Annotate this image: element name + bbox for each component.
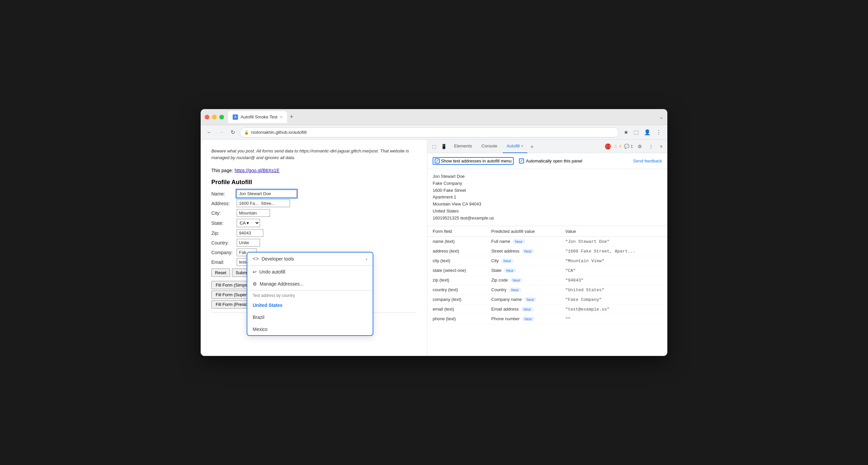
heur-badge: heur bbox=[522, 317, 534, 321]
profile-button[interactable]: 👤 bbox=[642, 128, 653, 137]
address-bar[interactable]: 🔒 rsolomakhin.github.io/autofill/ bbox=[240, 127, 619, 138]
address-line1: Jon Stewart Doe bbox=[433, 173, 662, 180]
devtools-more-button[interactable]: ⋮ bbox=[647, 142, 655, 150]
state-select[interactable]: CA ▾ bbox=[237, 219, 260, 227]
devtools-close-button[interactable]: × bbox=[658, 142, 665, 150]
table-row: email (text) Email address heur "test@ex… bbox=[427, 304, 667, 314]
name-input[interactable] bbox=[237, 190, 297, 198]
col-predicted: Predicted autofill value bbox=[486, 226, 560, 237]
tab-title: Autofill Smoke Test bbox=[241, 114, 277, 119]
manage-label: Manage Addresses... bbox=[260, 281, 304, 287]
heur-badge: heur bbox=[504, 268, 516, 273]
show-test-addresses-checkbox[interactable] bbox=[435, 158, 440, 164]
developer-tools-item[interactable]: <> Developer tools › bbox=[247, 253, 373, 265]
auto-open-checkbox-group: Automatically open this panel bbox=[519, 158, 582, 164]
table-row: address (text) Street address heur "1600… bbox=[427, 246, 667, 256]
country-item-mexico[interactable]: Mexico bbox=[247, 323, 373, 335]
table-row: city (text) City heur "Mountain View" bbox=[427, 256, 667, 265]
close-window-button[interactable] bbox=[205, 115, 209, 119]
country-label: Country: bbox=[211, 240, 235, 245]
tab-console[interactable]: Console bbox=[477, 140, 501, 153]
field-cell: zip (text) bbox=[427, 275, 486, 285]
autofill-tab-close[interactable]: × bbox=[521, 144, 523, 148]
nav-actions: ★ ⬚ 👤 ⋮ bbox=[622, 128, 663, 137]
address-line2: Fake Company bbox=[433, 180, 662, 187]
table-row: name (text) Full name heur "Jon Stewart … bbox=[427, 236, 667, 246]
tab-bar: A Autofill Smoke Test × + bbox=[228, 111, 657, 123]
devtools-panel: ⬚ 📱 Elements Console Autofill × » 🔴 bbox=[427, 140, 667, 356]
maximize-window-button[interactable] bbox=[219, 115, 224, 119]
field-cell: phone (text) bbox=[427, 314, 486, 324]
predicted-cell: Street address heur bbox=[486, 246, 560, 256]
form-row-zip: Zip: bbox=[211, 229, 416, 237]
warning-text: Beware what you post. All forms send dat… bbox=[211, 148, 416, 161]
devtools-content: Show test addresses in autofill menu Aut… bbox=[427, 153, 667, 356]
predicted-cell: State heur bbox=[486, 265, 560, 275]
reload-button[interactable]: ↻ bbox=[229, 128, 237, 137]
extensions-button[interactable]: ⬚ bbox=[632, 128, 641, 137]
browser-window: A Autofill Smoke Test × + ⌄ ← → ↻ 🔒 rsol… bbox=[201, 109, 667, 356]
more-tabs-button[interactable]: » bbox=[529, 142, 535, 150]
show-test-addresses-checkbox-group[interactable]: Show test addresses in autofill menu bbox=[433, 157, 514, 165]
predicted-cell: City heur bbox=[486, 256, 560, 265]
warning-count: 4 bbox=[619, 144, 621, 149]
tab-elements-label: Elements bbox=[454, 143, 472, 148]
error-badge: 🔴 1 bbox=[605, 143, 611, 149]
devtools-settings-button[interactable]: ⚙ bbox=[636, 142, 644, 150]
minimize-window-button[interactable] bbox=[212, 115, 217, 119]
country-item-brazil[interactable]: Brazil bbox=[247, 311, 373, 323]
address-line3: 1600 Fake Street bbox=[433, 187, 662, 194]
heur-badge: heur bbox=[524, 297, 536, 302]
country-item-us[interactable]: United States bbox=[247, 299, 373, 311]
show-test-addresses-label: Show test addresses in autofill menu bbox=[441, 158, 512, 164]
message-badge: 💬 1 bbox=[624, 144, 633, 149]
security-icon: 🔒 bbox=[244, 130, 249, 135]
undo-icon: ↩ bbox=[253, 269, 257, 274]
address-url: rsolomakhin.github.io/autofill/ bbox=[251, 130, 307, 135]
address-input[interactable] bbox=[237, 200, 290, 207]
auto-open-label: Automatically open this panel bbox=[526, 158, 582, 164]
dev-tools-icon: <> bbox=[253, 256, 259, 262]
device-toolbar-button[interactable]: 📱 bbox=[439, 142, 449, 150]
heur-badge: heur bbox=[522, 249, 534, 254]
reset-button[interactable]: Reset bbox=[211, 268, 230, 277]
chevron-down-icon[interactable]: ⌄ bbox=[659, 114, 663, 120]
developer-tools-label: Developer tools bbox=[262, 256, 294, 262]
send-feedback-link[interactable]: Send feedback bbox=[633, 158, 662, 164]
city-input[interactable] bbox=[237, 209, 270, 217]
bookmark-button[interactable]: ★ bbox=[622, 128, 630, 137]
tab-autofill[interactable]: Autofill × bbox=[503, 140, 527, 153]
back-button[interactable]: ← bbox=[205, 128, 214, 137]
company-label: Company: bbox=[211, 250, 235, 255]
browser-menu-button[interactable]: ⋮ bbox=[654, 128, 663, 137]
value-cell: "United States" bbox=[560, 285, 667, 294]
heur-badge: heur bbox=[509, 288, 521, 292]
active-tab[interactable]: A Autofill Smoke Test × bbox=[228, 111, 287, 123]
field-cell: company (text) bbox=[427, 294, 486, 304]
value-cell: "Jon Stewart Doe" bbox=[560, 236, 667, 246]
inspector-icon-button[interactable]: ⬚ bbox=[430, 142, 438, 150]
field-cell: name (text) bbox=[427, 236, 486, 246]
table-row: zip (text) Zip code heur "94043" bbox=[427, 275, 667, 285]
address-line4: Apartment 1 bbox=[433, 194, 662, 201]
form-row-name: Name: bbox=[211, 190, 416, 198]
tab-favicon: A bbox=[232, 114, 238, 120]
country-input[interactable] bbox=[237, 239, 260, 246]
value-cell: "1600 Fake Street, Apart... bbox=[560, 246, 667, 256]
undo-autofill-item[interactable]: ↩ Undo autofill bbox=[247, 266, 373, 278]
devtools-more-actions: 🔴 1 ⚠ 4 💬 1 ⚙ ⋮ × bbox=[605, 142, 665, 150]
forward-button[interactable]: → bbox=[217, 128, 226, 137]
value-cell: "" bbox=[560, 314, 667, 324]
country-label-mexico: Mexico bbox=[253, 326, 267, 332]
email-label: Email: bbox=[211, 260, 235, 265]
manage-addresses-item[interactable]: ⚙ Manage Addresses... bbox=[247, 278, 373, 290]
tab-elements[interactable]: Elements bbox=[450, 140, 476, 153]
zip-label: Zip: bbox=[211, 231, 235, 236]
zip-input[interactable] bbox=[237, 229, 264, 237]
table-row: phone (text) Phone number heur "" bbox=[427, 314, 667, 324]
tab-close-button[interactable]: × bbox=[280, 115, 282, 119]
new-tab-button[interactable]: + bbox=[288, 113, 294, 120]
devtools-header: ⬚ 📱 Elements Console Autofill × » 🔴 bbox=[427, 140, 667, 153]
page-link[interactable]: https://goo.gl/B6Xs1E bbox=[235, 168, 280, 173]
auto-open-checkbox[interactable] bbox=[519, 158, 524, 164]
